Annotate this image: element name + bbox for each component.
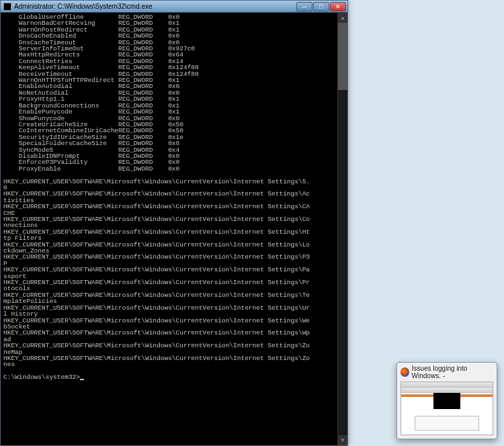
scroll-up-button[interactable]: ▲ bbox=[338, 13, 347, 23]
preview-title: Issues logging into Windows. - bbox=[412, 365, 493, 380]
firefox-icon bbox=[401, 367, 409, 377]
console-output[interactable]: GlobalUserOffline REG_DWORD 0x0 WarnonBa… bbox=[1, 13, 347, 445]
cmd-window: Administrator: C:\Windows\System32\cmd.e… bbox=[0, 0, 348, 446]
window-title: Administrator: C:\Windows\System32\cmd.e… bbox=[14, 3, 153, 10]
cmd-icon bbox=[3, 3, 11, 11]
taskbar-preview[interactable]: Issues logging into Windows. - bbox=[396, 362, 497, 439]
scrollbar[interactable]: ▲ ▼ bbox=[337, 13, 347, 445]
scroll-thumb[interactable] bbox=[338, 23, 347, 90]
titlebar[interactable]: Administrator: C:\Windows\System32\cmd.e… bbox=[1, 1, 347, 13]
minimize-button[interactable]: ─ bbox=[296, 2, 312, 11]
close-button[interactable]: ✕ bbox=[330, 2, 346, 11]
maximize-button[interactable]: □ bbox=[313, 2, 329, 11]
scroll-down-button[interactable]: ▼ bbox=[338, 435, 347, 445]
scroll-track[interactable] bbox=[338, 23, 347, 435]
preview-thumbnail[interactable] bbox=[401, 382, 493, 435]
